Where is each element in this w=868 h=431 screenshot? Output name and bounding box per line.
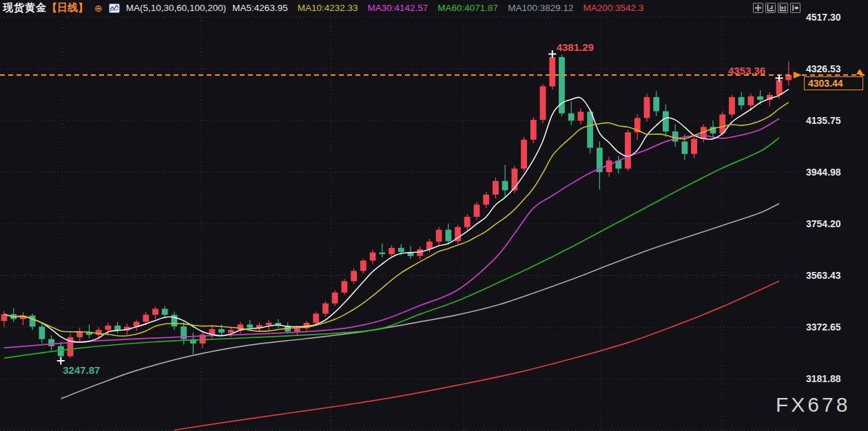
ma5-line [4, 90, 789, 342]
candle-body [332, 293, 338, 304]
candle-body [474, 204, 480, 217]
candle-body [389, 248, 395, 254]
candle-body [342, 281, 348, 293]
candle-body [105, 326, 112, 330]
candle-body [493, 181, 499, 195]
candle-body [322, 304, 329, 314]
candle-body [39, 326, 45, 339]
extreme-cross-marker [548, 50, 556, 58]
candle-body [530, 120, 537, 140]
price-scale-icon-button[interactable] [765, 3, 776, 13]
watermark-logo: FX678 [776, 393, 850, 417]
candle-body [729, 97, 735, 114]
price-axis-tick-label: 3944.98 [806, 167, 861, 178]
ma10-line [4, 103, 789, 336]
chart-toolbar [753, 3, 800, 13]
candle-body [247, 324, 253, 328]
last-price-arrow-icon [794, 72, 802, 78]
candle-body [294, 328, 300, 332]
auto-scroll-icon-button[interactable] [778, 3, 788, 13]
candle-body [152, 309, 158, 315]
candle-body [370, 253, 376, 261]
symbol-name: 现货黄金 [3, 1, 47, 13]
price-axis-tick-label: 4135.75 [806, 115, 861, 126]
pan-tool-button[interactable] [753, 3, 763, 13]
candle-body [502, 181, 508, 190]
candle-body [568, 114, 575, 121]
ma-readouts: MA5:4263.95MA10:4232.33MA30:4142.57MA60:… [232, 3, 643, 13]
candle-body [747, 96, 754, 105]
candle-body [521, 140, 527, 169]
timeframe-label[interactable]: 【日线】 [47, 1, 88, 13]
ma-readout-ma5: MA5:4263.95 [232, 3, 287, 13]
candle-body [691, 139, 697, 154]
candle-body [757, 96, 763, 100]
candle-body [379, 253, 385, 254]
candle-body [360, 261, 366, 271]
annotation-low: 3247.87 [63, 364, 100, 376]
candle-body [663, 112, 669, 132]
candle-body [672, 132, 679, 142]
candle-body [30, 315, 36, 326]
candle-body [540, 86, 546, 120]
annotation-recent-high: 4353.36 [728, 64, 765, 76]
candle-body [785, 75, 792, 80]
ma-readout-ma200: MA200:3542.3 [583, 3, 643, 13]
candle-body [48, 339, 54, 346]
candle-body [266, 323, 272, 325]
candle-body [436, 230, 442, 242]
candle-body [681, 142, 688, 154]
symbol-title: 现货黄金【日线】 [3, 1, 88, 14]
ma30-line [4, 118, 779, 348]
go-to-latest-icon-button[interactable] [790, 3, 800, 13]
candle-body [351, 271, 357, 281]
ma-readout-ma10: MA10:4232.33 [298, 3, 358, 13]
chart-window: 现货黄金【日线】 ⊕ MA(5,10,30,60,100,200) MA5:42… [0, 0, 868, 431]
ma-readout-ma60: MA60:4071.87 [437, 3, 498, 13]
last-price-tag: 4303.44 [804, 76, 863, 90]
last-price-value: 4303.44 [808, 78, 843, 89]
chart-header-bar: 现货黄金【日线】 ⊕ MA(5,10,30,60,100,200) MA5:42… [0, 0, 868, 16]
ma-params-label: MA(5,10,30,60,100,200) [126, 3, 227, 13]
candle-body [738, 97, 745, 105]
price-axis-tick-label: 3754.20 [806, 218, 861, 229]
price-axis-tick-label: 3563.43 [806, 270, 861, 281]
ma-readout-ma100: MA100:3829.12 [508, 3, 573, 13]
candle-body [398, 248, 404, 252]
annotation-peak-high: 4381.29 [557, 41, 594, 53]
expand-icon[interactable]: ⊕ [94, 3, 103, 13]
ma-readout-ma30: MA30:4142.57 [367, 3, 428, 13]
candle-body [549, 57, 555, 86]
candle-body [653, 97, 659, 111]
ma100-line [61, 204, 779, 399]
price-axis-tick-label: 4326.53 [806, 63, 861, 74]
candle-body [143, 315, 149, 322]
candle-body [228, 330, 234, 333]
candle-body [445, 230, 451, 242]
price-axis-tick-label: 3372.65 [806, 322, 861, 333]
candle-body [587, 112, 593, 147]
candle-body [578, 112, 584, 120]
candle-body [644, 97, 650, 118]
indicator-icon[interactable] [109, 3, 120, 13]
candle-body [76, 332, 83, 337]
price-axis-tick-label: 3181.88 [806, 373, 861, 384]
candle-body [114, 326, 121, 330]
candle-body [218, 329, 225, 333]
candle-body [776, 80, 783, 95]
candle-body [625, 132, 631, 169]
candle-body [162, 309, 168, 315]
candle-body [313, 314, 319, 323]
ma200-line [174, 281, 779, 430]
candle-body [483, 195, 489, 205]
candle-body [464, 217, 471, 227]
